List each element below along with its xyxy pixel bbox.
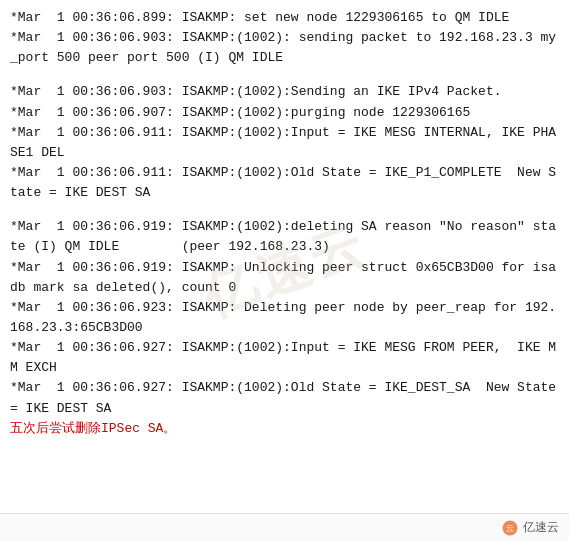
log-line: *Mar 1 00:36:06.911: ISAKMP:(1002):Input… bbox=[10, 123, 559, 163]
log-line: *Mar 1 00:36:06.903: ISAKMP:(1002): send… bbox=[10, 28, 559, 68]
log-line: *Mar 1 00:36:06.903: ISAKMP:(1002):Sendi… bbox=[10, 82, 559, 102]
log-container: 亿速云 *Mar 1 00:36:06.899: ISAKMP: set new… bbox=[0, 0, 569, 541]
log-line: *Mar 1 00:36:06.927: ISAKMP:(1002):Old S… bbox=[10, 378, 559, 418]
log-line: *Mar 1 00:36:06.899: ISAKMP: set new nod… bbox=[10, 8, 559, 28]
bottom-bar: 云 亿速云 bbox=[0, 513, 569, 541]
brand-logo: 云 亿速云 bbox=[501, 519, 559, 537]
log-line bbox=[10, 68, 559, 82]
svg-text:云: 云 bbox=[506, 524, 514, 533]
log-lines: *Mar 1 00:36:06.899: ISAKMP: set new nod… bbox=[10, 8, 559, 439]
log-line bbox=[10, 203, 559, 217]
log-line: *Mar 1 00:36:06.919: ISAKMP: Unlocking p… bbox=[10, 258, 559, 298]
log-line: 五次后尝试删除IPSec SA。 bbox=[10, 419, 559, 439]
log-line: *Mar 1 00:36:06.927: ISAKMP:(1002):Input… bbox=[10, 338, 559, 378]
brand-icon: 云 bbox=[501, 519, 519, 537]
log-line: *Mar 1 00:36:06.911: ISAKMP:(1002):Old S… bbox=[10, 163, 559, 203]
log-line: *Mar 1 00:36:06.907: ISAKMP:(1002):purgi… bbox=[10, 103, 559, 123]
log-line: *Mar 1 00:36:06.923: ISAKMP: Deleting pe… bbox=[10, 298, 559, 338]
brand-label: 亿速云 bbox=[523, 519, 559, 536]
log-line: *Mar 1 00:36:06.919: ISAKMP:(1002):delet… bbox=[10, 217, 559, 257]
